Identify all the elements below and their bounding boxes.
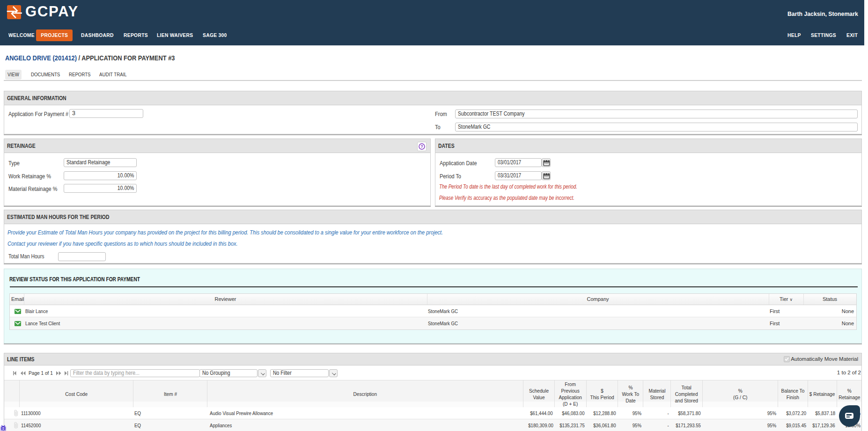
svg-text:?: ? xyxy=(420,144,423,149)
